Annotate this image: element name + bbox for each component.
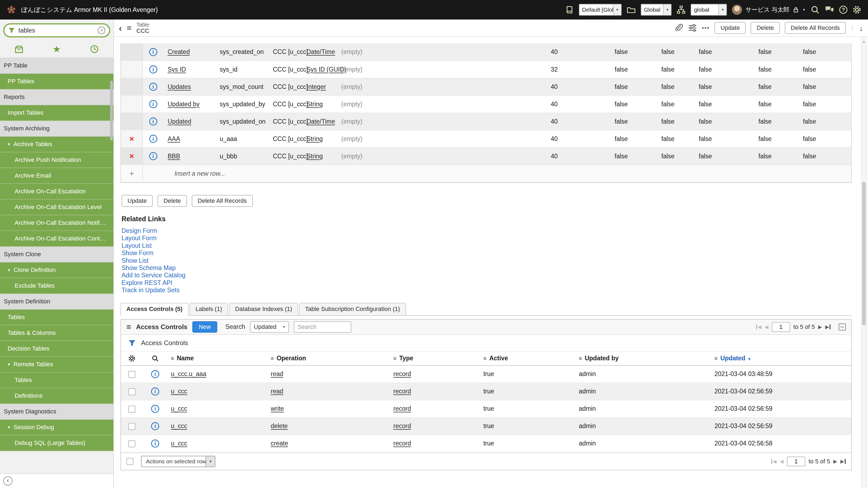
navigator-search-input[interactable] bbox=[19, 27, 94, 34]
tab-labels[interactable]: Labels (1) bbox=[190, 303, 228, 315]
list-search-input[interactable] bbox=[294, 321, 351, 333]
acl-name-link[interactable]: u_ccc bbox=[171, 388, 187, 395]
column-type-link[interactable]: Date/Time bbox=[307, 118, 335, 125]
select-all-checkbox[interactable] bbox=[126, 458, 133, 465]
tab-table-subscription-configuration[interactable]: Table Subscription Configuration (1) bbox=[299, 303, 406, 315]
acl-name-link[interactable]: u_ccc bbox=[171, 405, 187, 412]
acl-type-link[interactable]: record bbox=[393, 422, 411, 429]
nav-item-pp-tables[interactable]: PP Tables bbox=[0, 74, 113, 90]
column-header-operation[interactable]: ≡Operation bbox=[268, 351, 390, 365]
delete-all-records-button[interactable]: Delete All Records bbox=[785, 22, 846, 34]
delete-all-records-button[interactable]: Delete All Records bbox=[192, 195, 253, 207]
column-header-name[interactable]: ≡Name bbox=[167, 351, 268, 365]
nav-item-remote-tables[interactable]: ▼Remote Tables bbox=[0, 357, 113, 372]
link-explore-rest-api[interactable]: Explore REST API bbox=[122, 279, 852, 287]
info-icon[interactable]: i bbox=[149, 48, 157, 56]
nav-item-archive-on-call-escalation-level[interactable]: Archive On-Call Escalation Level bbox=[0, 199, 113, 215]
nav-item-archive-email[interactable]: Archive Email bbox=[0, 168, 113, 184]
personalize-form-icon[interactable] bbox=[688, 24, 697, 32]
info-icon[interactable]: i bbox=[149, 65, 157, 73]
info-icon[interactable]: i bbox=[149, 83, 157, 91]
back-button[interactable]: ‹ bbox=[119, 23, 122, 33]
acl-operation-link[interactable]: read bbox=[271, 388, 283, 395]
logo-icon[interactable] bbox=[6, 5, 16, 14]
list-context-menu-icon[interactable]: ≡ bbox=[126, 323, 131, 331]
info-icon[interactable]: i bbox=[149, 118, 157, 126]
tab-access-controls[interactable]: Access Controls (5) bbox=[120, 303, 188, 316]
row-checkbox[interactable] bbox=[128, 423, 135, 430]
info-icon[interactable]: i bbox=[151, 405, 159, 413]
previous-page-icon[interactable]: ◀ bbox=[780, 458, 784, 464]
column-label-link[interactable]: BBB bbox=[167, 153, 180, 160]
scope-search-input[interactable] bbox=[691, 6, 718, 13]
info-icon[interactable]: i bbox=[149, 100, 157, 108]
link-layout-form[interactable]: Layout Form bbox=[122, 234, 852, 242]
more-options-icon[interactable]: ••• bbox=[702, 24, 710, 31]
scrollbar-thumb[interactable] bbox=[862, 182, 866, 325]
attachment-icon[interactable] bbox=[675, 24, 683, 32]
nav-item-decision-tables[interactable]: Decision Tables bbox=[0, 341, 113, 357]
navigator-scrollbar-thumb[interactable] bbox=[110, 81, 113, 140]
acl-operation-link[interactable]: read bbox=[271, 370, 283, 378]
scroll-up-icon[interactable]: ▲ bbox=[862, 40, 866, 43]
search-icon[interactable] bbox=[810, 5, 820, 14]
nav-item-archive-push-notification[interactable]: Archive Push Notification bbox=[0, 152, 113, 168]
chat-icon[interactable] bbox=[825, 5, 834, 14]
tab-favorites[interactable]: ★ bbox=[38, 41, 75, 58]
column-type-link[interactable]: String bbox=[307, 101, 323, 108]
collapse-navigator-button[interactable]: ‹ bbox=[3, 476, 12, 486]
tab-history[interactable] bbox=[76, 41, 113, 58]
delete-button[interactable]: Delete bbox=[158, 195, 187, 207]
acl-type-link[interactable]: record bbox=[393, 388, 411, 395]
info-icon[interactable]: i bbox=[149, 152, 157, 160]
row-checkbox[interactable] bbox=[128, 405, 135, 413]
nav-item-tables-and-columns[interactable]: Tables & Columns bbox=[0, 325, 113, 341]
acl-type-link[interactable]: record bbox=[393, 405, 411, 412]
application-picker[interactable]: Global ▼ bbox=[641, 4, 672, 16]
tab-all-applications[interactable] bbox=[0, 41, 38, 58]
column-header-type[interactable]: ≡Type bbox=[390, 351, 480, 365]
help-icon[interactable]: ? bbox=[839, 6, 847, 14]
column-type-link[interactable]: Date/Time bbox=[307, 48, 335, 55]
info-icon[interactable]: i bbox=[151, 440, 159, 448]
info-icon[interactable]: i bbox=[151, 387, 159, 395]
nav-item-debug-sql-large-tables[interactable]: Debug SQL (Large Tables) bbox=[0, 435, 113, 451]
delete-column-icon[interactable]: × bbox=[129, 152, 134, 161]
acl-type-link[interactable]: record bbox=[393, 370, 411, 378]
last-page-icon[interactable]: ▶ bbox=[840, 458, 846, 464]
next-page-icon[interactable]: ▶ bbox=[818, 324, 822, 330]
acl-operation-link[interactable]: create bbox=[271, 440, 288, 447]
acl-operation-link[interactable]: delete bbox=[271, 422, 288, 429]
link-layout-list[interactable]: Layout List bbox=[122, 242, 852, 250]
info-icon[interactable]: i bbox=[149, 135, 157, 143]
nav-item-remote-tables-tables[interactable]: Tables bbox=[0, 372, 113, 388]
update-set-icon[interactable] bbox=[565, 5, 574, 14]
filter-icon[interactable] bbox=[128, 339, 136, 347]
column-type-link[interactable]: Sys ID (GUID) bbox=[307, 66, 346, 73]
next-record-icon[interactable]: ↓ bbox=[859, 23, 863, 33]
scope-map-icon[interactable] bbox=[677, 5, 686, 14]
next-page-icon[interactable]: ▶ bbox=[833, 458, 837, 464]
column-header-updated[interactable]: ≡Updated▼ bbox=[711, 351, 851, 365]
acl-type-link[interactable]: record bbox=[393, 440, 411, 447]
link-design-form[interactable]: Design Form bbox=[122, 227, 852, 234]
tab-database-indexes[interactable]: Database Indexes (1) bbox=[229, 303, 298, 315]
nav-item-archive-on-call-escalation-cont[interactable]: Archive On-Call Escalation Cont… bbox=[0, 231, 113, 247]
form-context-menu-icon[interactable]: ≡ bbox=[127, 24, 131, 32]
nav-item-tables[interactable]: Tables bbox=[0, 310, 113, 325]
link-track-in-update-sets[interactable]: Track in Update Sets bbox=[122, 287, 852, 294]
info-icon[interactable]: i bbox=[151, 422, 159, 430]
link-show-form[interactable]: Show Form bbox=[122, 250, 852, 257]
link-show-list[interactable]: Show List bbox=[122, 257, 852, 264]
insert-row[interactable]: + Insert a new row... bbox=[121, 165, 851, 182]
first-page-icon[interactable]: ◀ bbox=[771, 458, 777, 464]
nav-item-import-tables[interactable]: Import Tables bbox=[0, 105, 113, 121]
gear-icon[interactable] bbox=[852, 5, 862, 14]
update-button[interactable]: Update bbox=[714, 22, 746, 34]
personalize-list-gear-icon[interactable] bbox=[121, 351, 143, 365]
delete-button[interactable]: Delete bbox=[750, 22, 780, 34]
new-button[interactable]: New bbox=[192, 321, 217, 333]
acl-name-link[interactable]: u_ccc.u_aaa bbox=[171, 370, 206, 378]
nav-item-session-debug[interactable]: ▼Session Debug bbox=[0, 420, 113, 435]
acl-operation-link[interactable]: write bbox=[271, 405, 284, 412]
